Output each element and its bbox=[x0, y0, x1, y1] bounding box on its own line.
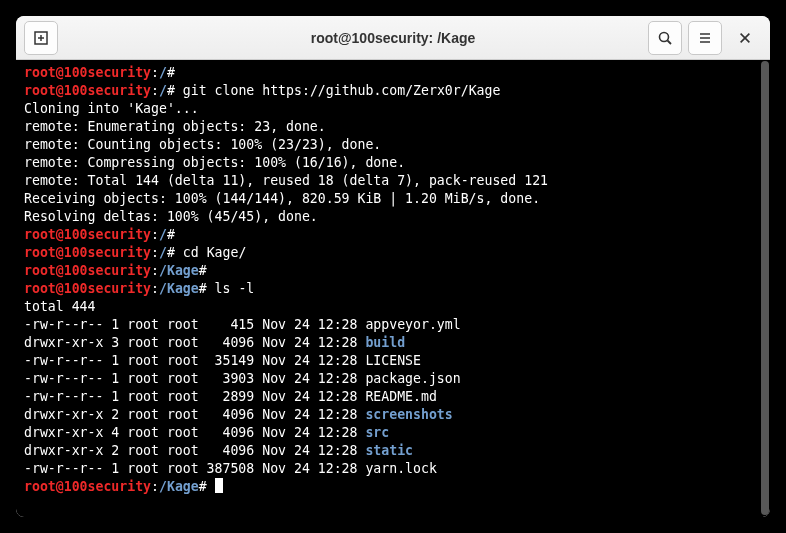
ls-row: drwxr-xr-x 3 root root 4096 Nov 24 12:28… bbox=[24, 334, 762, 352]
ls-filename: yarn.lock bbox=[365, 461, 436, 476]
ls-meta: drwxr-xr-x 2 root root 4096 Nov 24 12:28 bbox=[24, 407, 365, 422]
ls-meta: -rw-r--r-- 1 root root 3903 Nov 24 12:28 bbox=[24, 371, 365, 386]
ls-dirname: src bbox=[365, 425, 389, 440]
ls-meta: -rw-r--r-- 1 root root 415 Nov 24 12:28 bbox=[24, 317, 365, 332]
ls-meta: -rw-r--r-- 1 root root 35149 Nov 24 12:2… bbox=[24, 353, 365, 368]
prompt-hash: # bbox=[167, 245, 175, 260]
hamburger-icon bbox=[697, 30, 713, 46]
prompt-user-host: root@100security bbox=[24, 245, 151, 260]
ls-meta: -rw-r--r-- 1 root root 2899 Nov 24 12:28 bbox=[24, 389, 365, 404]
ls-meta: drwxr-xr-x 4 root root 4096 Nov 24 12:28 bbox=[24, 425, 365, 440]
cursor bbox=[215, 478, 223, 493]
ls-row: -rw-r--r-- 1 root root 3903 Nov 24 12:28… bbox=[24, 370, 762, 388]
clone-output: Resolving deltas: 100% (45/45), done. bbox=[24, 208, 762, 226]
clone-output: remote: Enumerating objects: 23, done. bbox=[24, 118, 762, 136]
clone-output: remote: Total 144 (delta 11), reused 18 … bbox=[24, 172, 762, 190]
ls-row: -rw-r--r-- 1 root root 415 Nov 24 12:28 … bbox=[24, 316, 762, 334]
prompt-user-host: root@100security bbox=[24, 479, 151, 494]
prompt-path: /Kage bbox=[159, 281, 199, 296]
prompt-hash: # bbox=[199, 263, 207, 278]
command-line: root@100security:/# git clone https://gi… bbox=[24, 82, 762, 100]
prompt-sep: : bbox=[151, 227, 159, 242]
prompt-sep: : bbox=[151, 65, 159, 80]
clone-output: remote: Counting objects: 100% (23/23), … bbox=[24, 136, 762, 154]
prompt-path: /Kage bbox=[159, 479, 199, 494]
ls-filename: LICENSE bbox=[365, 353, 421, 368]
ls-dirname: build bbox=[365, 335, 405, 350]
ls-filename: appveyor.yml bbox=[365, 317, 460, 332]
svg-line-4 bbox=[668, 40, 672, 44]
ls-meta: drwxr-xr-x 3 root root 4096 Nov 24 12:28 bbox=[24, 335, 365, 350]
command-line: root@100security:/Kage# ls -l bbox=[24, 280, 762, 298]
ls-row: -rw-r--r-- 1 root root 387508 Nov 24 12:… bbox=[24, 460, 762, 478]
command-line: root@100security:/Kage# bbox=[24, 262, 762, 280]
menu-button[interactable] bbox=[688, 21, 722, 55]
prompt-user-host: root@100security bbox=[24, 281, 151, 296]
titlebar: root@100security: /Kage bbox=[16, 16, 770, 60]
new-tab-icon bbox=[33, 30, 49, 46]
new-tab-button[interactable] bbox=[24, 21, 58, 55]
svg-point-3 bbox=[660, 32, 669, 41]
command-text: cd Kage/ bbox=[175, 245, 246, 260]
search-icon bbox=[657, 30, 673, 46]
terminal-output[interactable]: root@100security:/#root@100security:/# g… bbox=[16, 60, 770, 517]
prompt-hash: # bbox=[199, 479, 207, 494]
prompt-user-host: root@100security bbox=[24, 263, 151, 278]
prompt-hash: # bbox=[167, 83, 175, 98]
prompt-sep: : bbox=[151, 263, 159, 278]
clone-output: Receiving objects: 100% (144/144), 820.5… bbox=[24, 190, 762, 208]
ls-dirname: static bbox=[365, 443, 413, 458]
prompt-user-host: root@100security bbox=[24, 65, 151, 80]
scrollbar[interactable] bbox=[759, 61, 769, 515]
clone-output: Cloning into 'Kage'... bbox=[24, 100, 762, 118]
command-text: git clone https://github.com/Zerx0r/Kage bbox=[175, 83, 501, 98]
search-button[interactable] bbox=[648, 21, 682, 55]
prompt-path: / bbox=[159, 245, 167, 260]
ls-total: total 444 bbox=[24, 298, 762, 316]
prompt-hash: # bbox=[167, 227, 175, 242]
prompt-path: /Kage bbox=[159, 263, 199, 278]
ls-filename: README.md bbox=[365, 389, 436, 404]
terminal-window: root@100security: /Kage root@100security… bbox=[16, 16, 770, 517]
prompt-path: / bbox=[159, 65, 167, 80]
prompt-hash: # bbox=[167, 65, 175, 80]
prompt-path: / bbox=[159, 83, 167, 98]
ls-row: drwxr-xr-x 2 root root 4096 Nov 24 12:28… bbox=[24, 406, 762, 424]
ls-meta: -rw-r--r-- 1 root root 387508 Nov 24 12:… bbox=[24, 461, 365, 476]
ls-row: drwxr-xr-x 2 root root 4096 Nov 24 12:28… bbox=[24, 442, 762, 460]
ls-row: -rw-r--r-- 1 root root 2899 Nov 24 12:28… bbox=[24, 388, 762, 406]
ls-row: -rw-r--r-- 1 root root 35149 Nov 24 12:2… bbox=[24, 352, 762, 370]
ls-row: drwxr-xr-x 4 root root 4096 Nov 24 12:28… bbox=[24, 424, 762, 442]
command-line: root@100security:/# bbox=[24, 64, 762, 82]
prompt-sep: : bbox=[151, 83, 159, 98]
prompt-user-host: root@100security bbox=[24, 83, 151, 98]
prompt-path: / bbox=[159, 227, 167, 242]
ls-meta: drwxr-xr-x 2 root root 4096 Nov 24 12:28 bbox=[24, 443, 365, 458]
prompt-sep: : bbox=[151, 245, 159, 260]
prompt-sep: : bbox=[151, 479, 159, 494]
scrollbar-thumb[interactable] bbox=[761, 61, 769, 515]
command-line: root@100security:/Kage# bbox=[24, 478, 762, 496]
prompt-sep: : bbox=[151, 281, 159, 296]
command-text: ls -l bbox=[207, 281, 255, 296]
command-line: root@100security:/# bbox=[24, 226, 762, 244]
close-button[interactable] bbox=[728, 21, 762, 55]
prompt-user-host: root@100security bbox=[24, 227, 151, 242]
close-icon bbox=[738, 31, 752, 45]
ls-dirname: screenshots bbox=[365, 407, 452, 422]
ls-filename: package.json bbox=[365, 371, 460, 386]
prompt-hash: # bbox=[199, 281, 207, 296]
clone-output: remote: Compressing objects: 100% (16/16… bbox=[24, 154, 762, 172]
command-line: root@100security:/# cd Kage/ bbox=[24, 244, 762, 262]
